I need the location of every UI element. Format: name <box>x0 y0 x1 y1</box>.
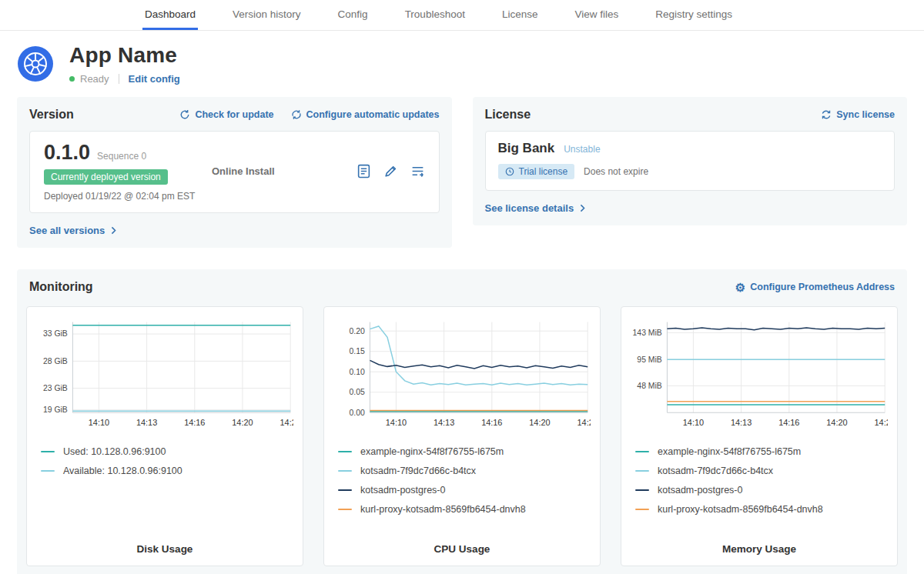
svg-text:14:20: 14:20 <box>529 418 550 427</box>
app-header: App Name Ready Edit config <box>0 31 924 92</box>
status-dot <box>69 76 75 82</box>
svg-text:14:13: 14:13 <box>136 418 157 427</box>
legend-swatch <box>338 451 352 453</box>
memory-usage-legend: example-nginx-54f8f76755-l675mkotsadm-7f… <box>631 438 888 523</box>
legend-swatch <box>635 509 649 511</box>
license-box: Big Bank Unstable Trial license Does not… <box>485 131 896 191</box>
sync-icon <box>821 109 832 120</box>
svg-text:95 MiB: 95 MiB <box>637 355 661 364</box>
charts-row: 14:1014:1314:1614:2014:2319 GiB23 GiB28 … <box>26 306 898 566</box>
svg-text:14:23: 14:23 <box>280 418 293 427</box>
cpu-usage-title: CPU Usage <box>333 537 591 555</box>
configure-prometheus-link[interactable]: ⚙ Configure Prometheus Address <box>735 282 895 293</box>
legend-item: Available: 10.128.0.96:9100 <box>41 466 293 476</box>
svg-text:14:10: 14:10 <box>386 418 407 427</box>
check-for-update-link[interactable]: Check for update <box>179 109 273 120</box>
monitoring-title: Monitoring <box>29 280 93 294</box>
legend-swatch <box>41 451 55 453</box>
svg-text:48 MiB: 48 MiB <box>637 382 661 390</box>
svg-text:0.00: 0.00 <box>350 409 365 417</box>
channel-label: Unstable <box>564 144 600 155</box>
legend-label: Available: 10.128.0.96:9100 <box>63 466 182 476</box>
deployed-timestamp: Deployed 01/19/22 @ 02:04 pm EST <box>44 191 212 202</box>
legend-item: kotsadm-7f9dc7d66c-b4tcx <box>338 466 591 476</box>
disk-usage-panel: 14:1014:1314:1614:2014:2319 GiB23 GiB28 … <box>26 306 303 566</box>
status-text: Ready <box>80 73 109 85</box>
legend-label: Used: 10.128.0.96:9100 <box>63 446 166 457</box>
disk-usage-chart: 14:1014:1314:1614:2014:2319 GiB23 GiB28 … <box>36 316 293 433</box>
see-all-versions-link[interactable]: See all versions <box>29 225 118 236</box>
version-card-title: Version <box>29 108 74 122</box>
legend-label: kotsadm-postgres-0 <box>360 485 445 496</box>
tab-config[interactable]: Config <box>336 0 370 30</box>
legend-item: kotsadm-postgres-0 <box>635 485 888 496</box>
deploy-logs-icon[interactable] <box>410 164 425 179</box>
legend-swatch <box>635 489 649 492</box>
svg-text:14:13: 14:13 <box>731 418 752 427</box>
legend-swatch <box>338 470 352 472</box>
cards-row: Version Check for update <box>17 97 907 248</box>
tab-license[interactable]: License <box>500 0 541 30</box>
svg-text:28 GiB: 28 GiB <box>43 357 68 365</box>
tab-registry-settings[interactable]: Registry settings <box>653 0 735 30</box>
svg-text:0.15: 0.15 <box>350 347 365 355</box>
chevron-right-icon <box>109 226 118 235</box>
tab-dashboard[interactable]: Dashboard <box>142 0 198 30</box>
kubernetes-logo-icon <box>17 45 54 82</box>
svg-text:143 MiB: 143 MiB <box>633 329 662 337</box>
legend-label: kotsadm-postgres-0 <box>658 485 742 496</box>
memory-usage-title: Memory Usage <box>631 537 888 555</box>
license-card: License Sync license Big Bank Unstable <box>473 97 908 225</box>
svg-text:0.10: 0.10 <box>350 368 365 376</box>
edit-yaml-icon[interactable] <box>383 164 398 179</box>
svg-text:14:20: 14:20 <box>826 418 847 427</box>
svg-text:14:20: 14:20 <box>232 418 253 427</box>
svg-text:14:16: 14:16 <box>184 418 205 427</box>
cpu-usage-legend: example-nginx-54f8f76755-l675mkotsadm-7f… <box>333 438 591 523</box>
configure-automatic-updates-link[interactable]: Configure automatic updates <box>291 109 440 120</box>
monitoring-card: Monitoring ⚙ Configure Prometheus Addres… <box>17 269 907 574</box>
legend-label: kurl-proxy-kotsadm-8569fb6454-dnvh8 <box>658 504 823 515</box>
top-nav: Dashboard Version history Config Trouble… <box>0 0 924 31</box>
legend-item: Used: 10.128.0.96:9100 <box>41 446 293 457</box>
legend-item: kurl-proxy-kotsadm-8569fb6454-dnvh8 <box>338 504 591 515</box>
disk-usage-title: Disk Usage <box>36 537 293 555</box>
install-type-label: Online Install <box>212 141 357 202</box>
chevron-right-icon <box>578 204 587 212</box>
svg-text:0.05: 0.05 <box>350 388 365 396</box>
memory-usage-chart: 14:1014:1314:1614:2014:2348 MiB95 MiB143… <box>631 316 888 433</box>
tab-troubleshoot[interactable]: Troubleshoot <box>403 0 467 30</box>
disk-usage-legend: Used: 10.128.0.96:9100Available: 10.128.… <box>36 438 293 485</box>
svg-text:14:10: 14:10 <box>683 418 704 427</box>
legend-swatch <box>41 470 55 472</box>
sequence-label: Sequence 0 <box>97 151 146 162</box>
svg-text:14:16: 14:16 <box>778 418 799 427</box>
deployed-badge: Currently deployed version <box>44 169 168 185</box>
tab-version-history[interactable]: Version history <box>230 0 303 30</box>
release-notes-icon[interactable] <box>357 164 371 179</box>
license-card-title: License <box>485 108 531 122</box>
legend-label: example-nginx-54f8f76755-l675m <box>360 446 504 457</box>
legend-swatch <box>338 489 352 492</box>
legend-item: kotsadm-postgres-0 <box>338 485 591 496</box>
legend-swatch <box>338 509 352 511</box>
see-license-details-link[interactable]: See license details <box>485 202 588 214</box>
tab-view-files[interactable]: View files <box>572 0 621 30</box>
svg-text:14:23: 14:23 <box>578 418 591 427</box>
memory-usage-panel: 14:1014:1314:1614:2014:2348 MiB95 MiB143… <box>621 306 898 566</box>
legend-label: kurl-proxy-kotsadm-8569fb6454-dnvh8 <box>360 504 526 515</box>
legend-swatch <box>635 451 649 453</box>
legend-label: kotsadm-7f9dc7d66c-b4tcx <box>658 466 773 476</box>
svg-text:14:10: 14:10 <box>89 418 109 427</box>
refresh-icon <box>179 109 190 120</box>
legend-item: kotsadm-7f9dc7d66c-b4tcx <box>635 466 888 476</box>
svg-text:33 GiB: 33 GiB <box>43 329 68 338</box>
expiration-label: Does not expire <box>584 166 648 177</box>
cpu-usage-chart: 14:1014:1314:1614:2014:230.000.050.100.1… <box>333 316 591 433</box>
legend-label: example-nginx-54f8f76755-l675m <box>658 446 801 457</box>
svg-text:19 GiB: 19 GiB <box>43 405 68 414</box>
current-version-box: 0.1.0 Sequence 0 Currently deployed vers… <box>29 131 440 213</box>
edit-config-link[interactable]: Edit config <box>129 73 180 85</box>
legend-swatch <box>635 470 649 472</box>
sync-license-link[interactable]: Sync license <box>821 109 895 120</box>
